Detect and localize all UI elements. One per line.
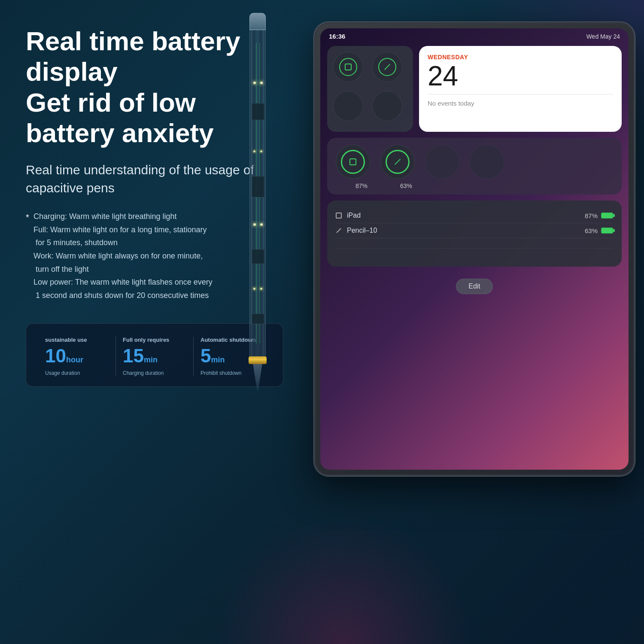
title-line1: Real time battery display (26, 26, 240, 86)
batt-list-name-pencil: Pencil–10 (347, 227, 377, 234)
status-time: 16:36 (329, 33, 345, 40)
pencil-body: POWER 600mAh-003.7V 0.3W (249, 30, 266, 356)
led-4 (260, 150, 262, 152)
batt-circle-3 (425, 145, 459, 179)
batt-list-empty-2 (336, 254, 613, 259)
ipad-area: 16:36 Wed May 24 (313, 21, 635, 477)
component-3 (252, 249, 264, 264)
battery-circles-widget: 87% 63% (327, 138, 622, 194)
pencil-cap (249, 13, 266, 30)
ipad-screen: 16:36 Wed May 24 (320, 28, 629, 470)
widget-row-1: WEDNESDAY 24 No events today (327, 46, 622, 132)
batt-circle-pencil (380, 145, 415, 179)
batt-list-left-ipad: iPad (336, 212, 361, 219)
batt-indicator-ipad (601, 213, 613, 219)
stat-usage-value: 10hour (45, 346, 109, 366)
ipad-icon-1 (345, 64, 352, 70)
camera-circle-3 (333, 91, 363, 121)
led-2 (260, 82, 263, 84)
batt-list-empty-1 (336, 243, 613, 249)
led-7 (253, 288, 255, 290)
batt-indicator-pencil (601, 228, 613, 234)
pencil-gold-ring (249, 356, 267, 364)
battery-circles-row (336, 145, 613, 179)
stat-charging-value: 15min (123, 346, 186, 366)
batt-ring-pencil (386, 150, 410, 174)
ipad-icon-batt (349, 158, 356, 165)
stat-usage: sustainable use 10hour Usage duration (38, 337, 116, 376)
batt-list-percent-ipad: 87% (585, 212, 598, 219)
stat-charging-label-bottom: Charging duration (123, 370, 186, 376)
component-4 (252, 313, 264, 324)
camera-lens-1 (339, 58, 357, 76)
title-line3: battery anxiety (26, 118, 214, 148)
camera-lens-2 (378, 58, 396, 76)
batt-percent-ipad: 87% (344, 182, 379, 189)
batt-list-right-ipad: 87% (585, 212, 613, 219)
stat-usage-label-bottom: Usage duration (45, 370, 109, 376)
stat-charging: Full only requires 15min Charging durati… (116, 337, 194, 376)
led-5 (253, 223, 256, 226)
battery-percent-labels: 87% 63% (336, 182, 613, 189)
led-6 (260, 223, 263, 226)
batt-percent-pencil: 63% (389, 182, 423, 189)
batt-circle-ipad (336, 145, 370, 179)
pencil-area: POWER 600mAh-003.7V 0.3W (234, 13, 281, 485)
led-3 (253, 150, 255, 152)
batt-list-right-pencil: 63% (585, 227, 613, 234)
edit-button[interactable]: Edit (456, 279, 493, 294)
batt-circle-4 (470, 145, 504, 179)
batt-list-left-pencil: Pencil–10 (336, 227, 377, 234)
camera-circle-2 (372, 52, 402, 82)
led-8 (260, 288, 262, 290)
status-date: Wed May 24 (586, 33, 620, 40)
calendar-day-name: WEDNESDAY (428, 54, 613, 61)
batt-list-name-ipad: iPad (347, 212, 361, 219)
calendar-no-events: No events today (428, 100, 613, 107)
stat-usage-label-top: sustainable use (45, 337, 109, 343)
camera-widget (327, 46, 413, 132)
ipad-list-icon (336, 213, 342, 219)
pencil-icon-batt (395, 159, 401, 165)
pencil-label-left: POWER 600mAh-003.7V 0.3W (250, 54, 255, 88)
status-bar: 16:36 Wed May 24 (320, 28, 629, 43)
batt-list-percent-pencil: 63% (585, 227, 598, 234)
calendar-widget: WEDNESDAY 24 No events today (419, 46, 622, 132)
calendar-day-number: 24 (428, 62, 613, 90)
pencil-tip (250, 364, 265, 394)
bottom-decoration (215, 515, 472, 644)
widgets-area: WEDNESDAY 24 No events today (320, 43, 629, 270)
pencil-icon-1 (384, 64, 390, 70)
battery-list-widget: iPad 87% Pencil–10 (327, 200, 622, 267)
camera-circle-1 (333, 52, 363, 82)
edit-button-area: Edit (320, 270, 629, 298)
ipad-frame: 16:36 Wed May 24 (313, 21, 635, 477)
batt-ring-ipad (341, 150, 365, 174)
batt-list-item-pencil: Pencil–10 63% (336, 223, 613, 238)
component-1 (252, 103, 264, 120)
title-line2: Get rid of low (26, 88, 196, 117)
calendar-divider (428, 94, 613, 94)
batt-list-item-ipad: iPad 87% (336, 208, 613, 223)
ipad-side-button (634, 100, 635, 121)
component-2 (252, 176, 264, 197)
camera-circle-4 (372, 91, 402, 121)
bullet-asterisk: * (26, 210, 29, 225)
pencil-list-icon (336, 228, 341, 233)
stat-charging-label-top: Full only requires (123, 337, 186, 343)
